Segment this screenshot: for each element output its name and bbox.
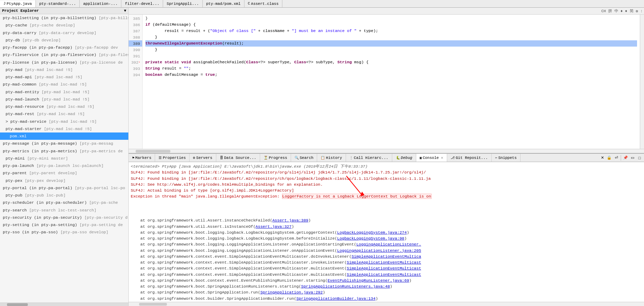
logback-link-98[interactable]: LogbackLoggingSystem.java:98 xyxy=(337,236,404,241)
sidebar-item-pub[interactable]: pty-pub [pty-pub lsc-pub] xyxy=(0,192,128,199)
tab-springappli[interactable]: SpringAppli... xyxy=(163,0,202,7)
sidebar-item-data-carry[interactable]: pty-data-carry [pty-data-carry develop] xyxy=(0,29,128,37)
sidebar-item-portal[interactable]: pty-portal (in pty-pa-portal) [pty-pa-po… xyxy=(0,184,128,192)
console-horizontal-scrollbar[interactable] xyxy=(129,302,644,306)
tab-ptyapp-java[interactable]: J PtyApp.java xyxy=(0,0,36,8)
console-stack-1: at org.springframework.util.Assert.insta… xyxy=(131,217,642,223)
minimize-button[interactable]: ▭ xyxy=(629,155,636,161)
sidebar-item-db[interactable]: pty-db [pty-db develop] xyxy=(0,37,128,44)
progress-icon: ⏳ xyxy=(264,156,268,160)
sidebar-item-setting[interactable]: pty-setting (in pty-pa-setting) [pty-pa-… xyxy=(0,221,128,228)
sidebar-item-mini[interactable]: pty-mini [pty-mini master] xyxy=(0,155,128,162)
tab-application[interactable]: application-... xyxy=(80,0,121,7)
sidebar-item-mad-api[interactable]: pty-mad-api [pty-mad lsc-mad !5] xyxy=(0,73,128,81)
code-scroll-thumb[interactable] xyxy=(136,150,170,153)
console-stack-4: at org.springframework.boot.logging.logb… xyxy=(131,235,642,241)
sidebar-item-search[interactable]: pty-search [pty-search lsc-test-search] xyxy=(0,207,128,214)
tab-snippets[interactable]: ✂ Snippets xyxy=(492,154,521,162)
simple-link-2[interactable]: SimpleApplicationEventMulticast xyxy=(347,260,421,265)
sidebar-scrollbar-thumb[interactable] xyxy=(7,303,28,306)
spring-link-292[interactable]: SpringApplication.java:292 xyxy=(260,290,323,295)
code-scroll-track xyxy=(129,149,644,153)
sidebar-item-fileservice[interactable]: pty-fileservice (in pty-pa-fileservice) … xyxy=(0,51,128,58)
tab-call-hierarchy[interactable]: ⋮ Call Hierarc... xyxy=(346,154,392,162)
code-lines[interactable]: } if (defaultMessage) { result = result … xyxy=(143,15,640,149)
code-line-389: throw new IllegalArgumentException(resul… xyxy=(145,40,637,47)
code-line-392: private static void assignableCheckFaile… xyxy=(145,59,637,65)
word-wrap-button[interactable]: ⏎ xyxy=(613,155,619,161)
clear-console-button[interactable]: ✕ xyxy=(599,155,605,161)
maximize-button[interactable]: □ xyxy=(636,155,643,161)
sidebar-item-security[interactable]: pty-security (in pty-pa-security) [pty-p… xyxy=(0,214,128,221)
pin-button[interactable]: 📌 xyxy=(622,155,629,161)
sidebar-item-pom-xml[interactable]: pom.xml xyxy=(0,132,128,140)
sidebar-item-billsetting[interactable]: pty-billsetting (in pty-pa-billsetting) … xyxy=(0,14,128,22)
console-close-icon[interactable]: ✕ xyxy=(441,155,443,160)
sidebar-item-mad-entity[interactable]: pty-mad-entity [pty-mad lsc-mad !5] xyxy=(0,88,128,96)
code-editor-content: 385 386 387 388 389 390 391 392* 393 394… xyxy=(129,15,644,149)
sidebar-content[interactable]: pty-billsetting (in pty-pa-billsetting) … xyxy=(0,14,128,303)
sidebar-item-license[interactable]: pty-license (in pty-pa-license) [pty-pa-… xyxy=(0,59,128,66)
console-output[interactable]: <terminated> PtyApp [Java Application] E… xyxy=(129,162,644,302)
code-line-388: } xyxy=(145,34,637,40)
tab-console[interactable]: ▣ Console ✕ xyxy=(416,154,447,162)
assert-link-327[interactable]: Assert.java:327 xyxy=(256,224,292,229)
tab-history[interactable]: 📋 History xyxy=(317,154,346,162)
logback-link-274[interactable]: LogbackLoggingSystem.java:274 xyxy=(337,230,407,235)
tab-datasource[interactable]: 🗄 Data Source... xyxy=(216,154,260,162)
tab-progress[interactable]: ⏳ Progress xyxy=(260,154,291,162)
tab-git-repository[interactable]: ⎇ Git Reposit... xyxy=(447,154,492,162)
tab-pty-standard[interactable]: pty-standard-... xyxy=(36,0,80,7)
scroll-lock-button[interactable]: 🔒 xyxy=(606,155,612,161)
sidebar-item-mad-common[interactable]: pty-mad-common [pty-mad lsc-mad !5] xyxy=(0,81,128,88)
tab-filter-devel[interactable]: filter-devel... xyxy=(121,0,163,7)
logging-link-205[interactable]: LoggingApplicationListener.java:205 xyxy=(337,248,421,253)
sidebar-item-mad-service[interactable]: > pty-mad-service [pty-mad lsc-mad !5] xyxy=(0,118,128,125)
console-stack-7: at org.springframework.context.event.Sim… xyxy=(131,253,642,259)
code-line-394: boolean defaultMessage = true; xyxy=(145,72,637,78)
sidebar-horizontal-scrollbar[interactable] xyxy=(0,303,128,306)
tab-assert-class[interactable]: C Assert.class xyxy=(244,0,282,7)
tab-servers[interactable]: ⚙ Servers xyxy=(190,154,216,162)
sidebar-item-mad-rest[interactable]: pty-mad-rest [pty-mad lsc-mad !5] xyxy=(0,110,128,118)
sidebar-item-pa-launch[interactable]: pty-pa-launch [pty-pa-launch lsc-palaunc… xyxy=(0,162,128,169)
line-num-390: 390 xyxy=(129,47,142,53)
line-num-393: 393 xyxy=(129,65,142,72)
editor-toolbar-text: CH 拼 中 ♦ ♦ 简 ✿ : xyxy=(601,8,643,14)
tab-pty-mad-pom[interactable]: pty-mad/pom.xml xyxy=(203,0,244,7)
tab-markers[interactable]: ⚑ Markers xyxy=(129,154,155,162)
tab-properties[interactable]: ☰ Properties xyxy=(155,154,190,162)
servers-icon: ⚙ xyxy=(193,156,195,160)
sidebar-item-message[interactable]: pty-message (in pty-pa-message) [pty-pa-… xyxy=(0,140,128,147)
console-scroll-thumb[interactable] xyxy=(139,303,167,306)
event-link-69[interactable]: EventPublishingRunListener.java:69 xyxy=(328,278,409,283)
tab-search[interactable]: 🔍 Search xyxy=(291,154,317,162)
sidebar-item-pex[interactable]: pty-pex [pty-pex develop] xyxy=(0,177,128,184)
spring-link-48[interactable]: SpringApplicationRunListeners.java:48 xyxy=(301,284,390,289)
spring-builder-link[interactable]: SpringApplicationBuilder.java:134 xyxy=(296,296,376,301)
sidebar-item-sso[interactable]: pty-sso (in pty-pa-sso) [pty-pa-sso deve… xyxy=(0,228,128,236)
console-stack-3: at org.springframework.boot.logging.logb… xyxy=(131,230,642,235)
project-explorer-sidebar: Project Explorer ▼ pty-billsetting (in p… xyxy=(0,8,129,306)
console-toolbar: ✕ 🔒 ⏎ 📌 ▭ □ xyxy=(598,154,644,162)
sidebar-item-mad-launch[interactable]: pty-mad-launch [pty-mad lsc-mad !5] xyxy=(0,96,128,103)
sidebar-item-facepp[interactable]: pty-facepp (in pty-pa-facepp) [pty-pa-fa… xyxy=(0,44,128,51)
code-line-386: if (defaultMessage) { xyxy=(145,22,637,28)
code-horizontal-scrollbar[interactable] xyxy=(129,149,644,153)
sidebar-item-mad-starter[interactable]: pty-mad-starter [pty-mad lsc-mad !5] xyxy=(0,125,128,132)
sidebar-item-mad[interactable]: pty-mad [pty-mad lsc-mad !5] xyxy=(0,66,128,73)
sidebar-item-parent[interactable]: pty-parent [pty-parent develop] xyxy=(0,169,128,177)
line-numbers: 385 386 387 388 389 390 391 392* 393 394 xyxy=(129,15,143,149)
console-stack-9: at org.springframework.context.event.Sim… xyxy=(131,265,642,271)
tab-debug[interactable]: 🐛 Debug xyxy=(392,154,416,162)
logging-link[interactable]: LoggingApplicationListener. xyxy=(356,242,421,247)
simple-link-4[interactable]: SimpleApplicationEventMulticast xyxy=(347,272,421,277)
simple-link-1[interactable]: SimpleApplicationEventMultica xyxy=(352,254,421,259)
sidebar-item-metrics[interactable]: pty-metrics (in pty-pa-metrics) [pty-pa-… xyxy=(0,147,128,155)
code-vertical-scrollbar[interactable] xyxy=(640,15,644,149)
sidebar-item-scheduler[interactable]: pty-scheduler (in pty-pa-scheduler) [pty… xyxy=(0,199,128,206)
sidebar-item-cache[interactable]: pty-cache [pty-cache develop] xyxy=(0,22,128,29)
sidebar-item-mad-resource[interactable]: pty-mad-resource [pty-mad lsc-mad !5] xyxy=(0,103,128,110)
simple-link-3[interactable]: SimpleApplicationEventMulticast xyxy=(347,266,421,271)
assert-link-389[interactable]: Assert.java:389 xyxy=(272,218,308,223)
